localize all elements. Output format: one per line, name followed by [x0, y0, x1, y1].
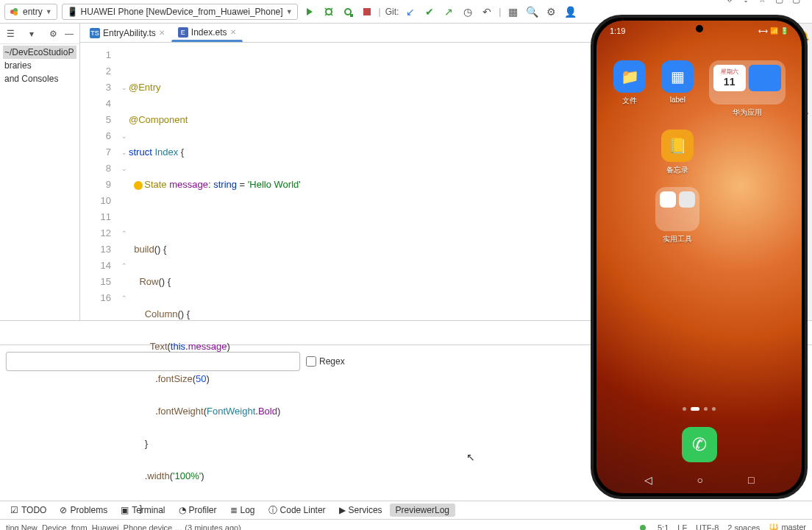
network-icon: ⟷: [758, 27, 768, 35]
chevron-down-icon: ▼: [286, 8, 293, 15]
stop-icon[interactable]: [360, 4, 374, 19]
grid-icon: ▦: [661, 60, 694, 93]
ets-file-icon: E: [178, 27, 188, 38]
favorite-icon[interactable]: ☆: [758, 0, 766, 12]
nav-back-icon[interactable]: ◁: [644, 474, 652, 486]
tree-item-consoles[interactable]: and Consoles: [3, 72, 76, 85]
todo-icon: ☑: [10, 505, 18, 515]
chevron-down-icon: ▼: [46, 8, 52, 15]
svg-rect-6: [363, 8, 371, 15]
phone-dock: ✆: [596, 427, 802, 462]
panel-hide-icon[interactable]: —: [63, 28, 75, 40]
app-files[interactable]: 📁文件: [613, 60, 647, 118]
phone-icon: 📱: [67, 7, 78, 17]
debug-icon[interactable]: [321, 4, 336, 19]
svg-rect-5: [350, 14, 353, 17]
close-icon[interactable]: ✕: [159, 29, 165, 37]
settings-icon[interactable]: ⚙: [544, 4, 558, 19]
separator: |: [379, 7, 381, 17]
nav-recent-icon[interactable]: □: [748, 474, 754, 486]
phone-preview: 1:19 ⟷ 📶 🔋 📁文件 ▦label 星期六11 华为应用 📒备忘录: [591, 15, 808, 499]
signal-icon: 📶: [770, 27, 778, 35]
app-phone[interactable]: ✆: [682, 427, 717, 462]
app-folder-tools[interactable]: [655, 187, 699, 231]
clock: 1:19: [610, 26, 625, 35]
app-label[interactable]: ▦label: [655, 60, 699, 118]
notes-icon: 📒: [661, 130, 694, 162]
tab-index[interactable]: E Index.ets ✕: [171, 24, 243, 42]
device-selector[interactable]: 📱 HUAWEI Phone [NewDevice_from_Huawei_Ph…: [62, 4, 298, 20]
folder-tools[interactable]: 实用工具: [655, 187, 699, 244]
svg-point-2: [13, 11, 18, 15]
phone-toolbar: ⇩ ⇪ ☆ ▢ ▢: [591, 0, 808, 12]
more1-icon[interactable]: ▢: [775, 0, 783, 12]
battery-icon: 🔋: [780, 27, 788, 35]
download-icon[interactable]: ⇩: [726, 0, 733, 12]
home-grid: 📁文件 ▦label 星期六11 华为应用 📒备忘录: [613, 60, 786, 244]
tree-root[interactable]: ~/DevEcoStudioP: [3, 46, 76, 59]
tab-label: Index.ets: [191, 27, 227, 38]
project-panel: ☰ ▾ ⚙ — ~/DevEcoStudioP braries and Cons…: [0, 24, 80, 320]
panel-dropdown-icon[interactable]: ▾: [26, 28, 38, 40]
git-history-icon[interactable]: ◷: [460, 4, 475, 19]
account-icon[interactable]: 👤: [563, 4, 577, 19]
git-pull-icon[interactable]: ↙: [403, 4, 418, 19]
problems-icon: ⊘: [60, 505, 67, 515]
folder-icon: 📁: [613, 60, 646, 93]
svg-point-4: [345, 9, 351, 15]
module-icon: [10, 7, 20, 17]
debug-attach-icon[interactable]: [341, 4, 355, 19]
nav-home-icon[interactable]: ○: [697, 474, 703, 486]
panel-menu-icon[interactable]: ☰: [4, 28, 16, 40]
app-folder[interactable]: 星期六11: [709, 60, 786, 105]
git-push-icon[interactable]: ↗: [441, 4, 456, 19]
tab-label: EntryAbility.ts: [103, 28, 156, 38]
close-icon[interactable]: ✕: [230, 28, 236, 36]
mouse-cursor-icon: ↖: [466, 451, 475, 463]
intention-bulb-icon[interactable]: [134, 181, 143, 190]
tab-entryability[interactable]: TS EntryAbility.ts ✕: [83, 24, 171, 42]
svg-point-3: [326, 9, 332, 15]
module-selector[interactable]: entry ▼: [4, 4, 57, 20]
undo-icon[interactable]: ↶: [480, 4, 494, 19]
device-label: HUAWEI Phone [NewDevice_from_Huawei_Phon…: [81, 7, 283, 17]
folder-huawei[interactable]: 星期六11 华为应用: [708, 60, 786, 118]
git-label: Git:: [385, 7, 399, 17]
search-icon[interactable]: 🔍: [524, 4, 539, 19]
phone-navbar: ◁ ○ □: [596, 474, 802, 486]
phone-statusbar: 1:19 ⟷ 📶 🔋: [610, 26, 788, 35]
phone-screen[interactable]: 1:19 ⟷ 📶 🔋 📁文件 ▦label 星期六11 华为应用 📒备忘录: [596, 21, 802, 493]
separator: |: [499, 7, 501, 17]
share-icon[interactable]: ⇪: [742, 0, 749, 12]
panel-settings-icon[interactable]: ⚙: [47, 28, 59, 40]
page-indicator: [596, 407, 802, 411]
project-tree[interactable]: ~/DevEcoStudioP braries and Consoles: [0, 44, 79, 87]
more2-icon[interactable]: ▢: [792, 0, 800, 12]
run-icon[interactable]: [302, 4, 317, 19]
phone-call-icon: ✆: [692, 434, 707, 455]
tree-item-libraries[interactable]: braries: [3, 59, 76, 72]
module-label: entry: [23, 7, 43, 17]
app-notes[interactable]: 📒备忘录: [655, 130, 699, 175]
layout-icon[interactable]: ▦: [505, 4, 520, 19]
git-commit-icon[interactable]: ✔: [422, 4, 437, 19]
ts-file-icon: TS: [90, 28, 100, 38]
tab-todo[interactable]: ☑TODO: [4, 504, 52, 517]
